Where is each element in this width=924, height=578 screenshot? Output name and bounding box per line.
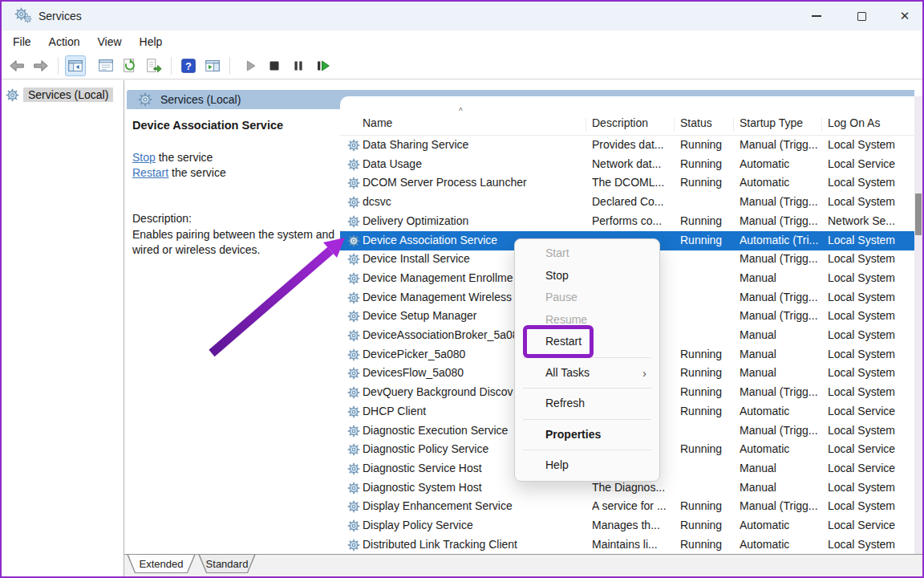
table-row[interactable]: Distributed Link Tracking ClientMaintain…: [340, 535, 914, 554]
cell-status: Running: [680, 136, 736, 155]
cell-log-on-as: Local Service: [828, 516, 913, 535]
service-gear-icon: [347, 519, 360, 532]
service-gear-icon: [347, 234, 360, 247]
cell-status: Running: [680, 516, 736, 535]
table-row[interactable]: Data Sharing ServiceProvides dat...Runni…: [340, 136, 914, 155]
menu-item-all-tasks[interactable]: All Tasks›: [515, 362, 659, 385]
cell-description: Manages th...: [592, 516, 675, 535]
pause-service-icon[interactable]: [288, 55, 309, 76]
column-header-log-on-as[interactable]: Log On As: [828, 116, 880, 129]
menu-separator: [523, 388, 651, 389]
cell-log-on-as: Local Service: [828, 155, 913, 174]
scrollbar-thumb[interactable]: [915, 193, 922, 235]
services-gears-icon: [14, 7, 34, 25]
show-action-pane-icon[interactable]: [202, 55, 223, 76]
menu-item-label: Stop: [545, 269, 569, 282]
selected-service-title: Device Association Service: [132, 119, 283, 132]
column-divider[interactable]: [586, 118, 586, 132]
tab-standard[interactable]: Standard: [198, 554, 256, 573]
column-divider[interactable]: [674, 118, 675, 132]
service-gear-icon: [347, 425, 360, 438]
cell-log-on-as: Local System: [828, 478, 913, 498]
maximize-button[interactable]: [845, 2, 877, 31]
service-gear-icon: [347, 272, 360, 285]
column-header-name[interactable]: Name: [363, 116, 392, 129]
service-gear-icon: [347, 500, 360, 513]
close-icon: ✕: [900, 9, 910, 23]
column-header-status[interactable]: Status: [680, 116, 712, 129]
table-row[interactable]: Display Policy ServiceManages th...Runni…: [340, 516, 914, 535]
tab-extended-label: Extended: [140, 558, 184, 570]
table-row[interactable]: Data UsageNetwork dat...RunningAutomatic…: [340, 155, 914, 174]
restart-service-icon[interactable]: [312, 55, 333, 76]
cell-log-on-as: Local System: [828, 497, 913, 516]
refresh-icon[interactable]: [120, 55, 140, 76]
menu-item-label: Start: [545, 246, 569, 259]
close-button[interactable]: ✕: [889, 2, 921, 31]
column-divider[interactable]: [733, 118, 734, 132]
window-title: Services: [38, 2, 82, 31]
stop-service-icon[interactable]: [264, 55, 285, 76]
restart-service-link[interactable]: Restart: [132, 166, 168, 179]
cell-status: Running: [680, 364, 736, 383]
table-row[interactable]: dcsvcDeclared Co...Manual (Trigg...Local…: [340, 193, 914, 212]
cell-log-on-as: Local System: [828, 326, 913, 345]
stop-service-link[interactable]: Stop: [132, 151, 156, 164]
cell-description: Provides dat...: [592, 136, 675, 155]
menu-bar: File Action View Help: [2, 31, 922, 53]
table-row[interactable]: Display Enhancement ServiceA service for…: [340, 497, 914, 516]
cell-log-on-as: Local System: [828, 288, 913, 307]
show-console-tree-icon[interactable]: [65, 55, 86, 76]
start-service-icon[interactable]: [240, 55, 261, 76]
menu-item-properties[interactable]: Properties: [515, 424, 659, 446]
service-gear-icon: [347, 482, 360, 495]
menu-action[interactable]: Action: [47, 35, 82, 48]
column-header-startup-type[interactable]: Startup Type: [740, 116, 803, 129]
table-row[interactable]: Delivery OptimizationPerforms co...Runni…: [340, 212, 914, 231]
cell-startup-type: Manual (Trigg...: [740, 497, 825, 516]
back-arrow-icon[interactable]: [6, 55, 27, 76]
tab-extended[interactable]: Extended: [127, 554, 196, 573]
column-divider[interactable]: [821, 118, 822, 132]
minimize-icon: [812, 15, 821, 17]
menu-item-stop[interactable]: Stop: [515, 265, 659, 287]
menu-item-label: Restart: [545, 335, 582, 348]
menu-item-pause: Pause: [515, 287, 659, 309]
console-tree-panel: Services (Local): [2, 80, 124, 576]
cell-log-on-as: Local System: [828, 136, 913, 155]
cell-startup-type: Automatic: [740, 516, 825, 535]
forward-arrow-icon[interactable]: [30, 55, 51, 76]
export-list-icon[interactable]: [144, 55, 164, 76]
description-text: Enables pairing between the system and w…: [132, 227, 336, 258]
help-icon[interactable]: ?: [178, 55, 199, 76]
cell-status: Running: [680, 402, 736, 421]
cell-description: The DCOML...: [592, 173, 675, 193]
cell-log-on-as: Local System: [828, 383, 913, 402]
cell-startup-type: Automatic: [740, 402, 825, 421]
cell-name: Display Enhancement Service: [363, 497, 590, 516]
cell-name: Data Sharing Service: [363, 136, 590, 155]
menu-file[interactable]: File: [11, 35, 33, 48]
cell-log-on-as: Local System: [828, 193, 913, 212]
vertical-scrollbar[interactable]: [914, 96, 922, 554]
menu-help[interactable]: Help: [138, 35, 164, 48]
cell-startup-type: Manual (Trigg...: [740, 250, 825, 269]
menu-item-label: Properties: [545, 428, 601, 441]
cell-startup-type: Manual: [740, 364, 825, 383]
menu-item-restart[interactable]: Restart: [515, 331, 659, 353]
cell-name: Data Usage: [363, 155, 590, 174]
menu-item-help[interactable]: Help: [515, 454, 659, 477]
minimize-button[interactable]: [800, 2, 833, 31]
properties-window-icon[interactable]: [95, 55, 116, 76]
menu-item-refresh[interactable]: Refresh: [515, 393, 659, 415]
table-row[interactable]: DCOM Server Process LauncherThe DCOML...…: [340, 173, 914, 193]
tree-item-services-local[interactable]: Services (Local): [6, 88, 113, 102]
column-header-description[interactable]: Description: [592, 116, 648, 129]
service-gear-icon: [347, 443, 360, 456]
description-label: Description:: [132, 212, 192, 225]
cell-startup-type: Automatic: [740, 173, 825, 193]
cell-description: Declared Co...: [592, 193, 675, 212]
menu-view[interactable]: View: [95, 35, 123, 48]
cell-status: Running: [680, 345, 736, 364]
tab-standard-label: Standard: [206, 558, 249, 570]
